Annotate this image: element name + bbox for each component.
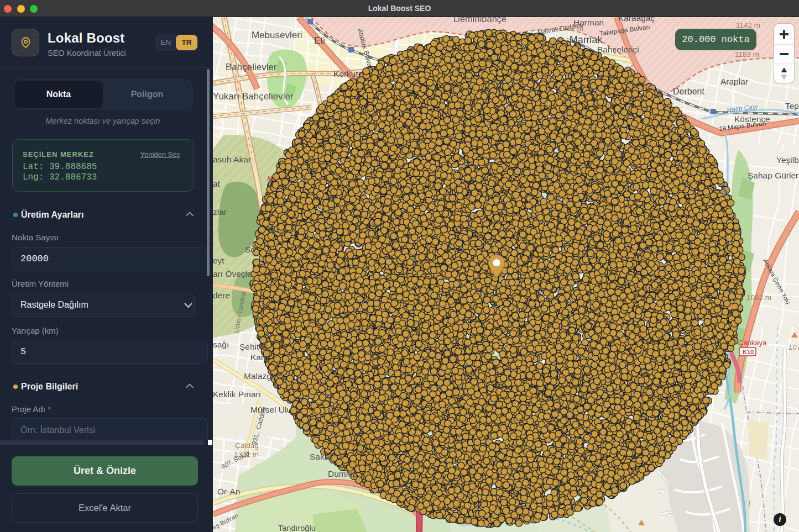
svg-text:eş Bulvarı: eş Bulvarı	[213, 512, 239, 531]
svg-text:arı Öveçle: arı Öveçle	[213, 269, 252, 278]
svg-text:Or-An: Or-An	[217, 487, 240, 496]
svg-text:Sakar: Sakar	[310, 452, 332, 461]
svg-text:Talatpaşa Bulvarı: Talatpaşa Bulvarı	[599, 23, 650, 38]
svg-text:Harman: Harman	[573, 18, 604, 27]
svg-text:1183 m: 1183 m	[735, 50, 759, 59]
svg-text:Yeşilba: Yeşilba	[776, 155, 799, 165]
svg-text:Keklik Pınarı: Keklik Pınarı	[213, 389, 261, 399]
svg-text:Lizbon Caddesi: Lizbon Caddesi	[233, 291, 247, 334]
svg-text:at: at	[213, 179, 221, 188]
svg-text:Ka: Ka	[267, 175, 276, 183]
svg-text:Demirlibahçe: Demirlibahçe	[453, 17, 506, 24]
svg-text:Araplar: Araplar	[720, 77, 748, 86]
svg-text:Şahap Gürler: Şahap Gürler	[748, 171, 798, 180]
svg-text:Hatip Çayı: Hatip Çayı	[727, 103, 758, 114]
svg-text:Atatürk Bulvarı: Atatürk Bulvarı	[356, 28, 375, 72]
svg-text:Karaağaç: Karaağaç	[618, 17, 655, 23]
svg-text:zlar: zlar	[213, 207, 227, 217]
svg-text:Kara: Kara	[250, 352, 269, 362]
svg-text:Dumlup: Dumlup	[328, 469, 357, 478]
svg-text:Bahçelievler: Bahçelievler	[226, 62, 277, 72]
svg-text:Mamak: Mamak	[570, 34, 603, 45]
svg-text:Mürsel Ulu: Mürsel Ulu	[250, 405, 291, 414]
svg-text:Tandıroğlu: Tandıroğlu	[278, 524, 316, 532]
svg-text:sağı: sağı	[213, 340, 229, 349]
svg-text:dere: dere	[213, 291, 230, 300]
svg-text:asuh Akar: asuh Akar	[213, 155, 251, 164]
svg-text:107: 107	[788, 343, 799, 351]
svg-text:Şehit C: Şehit C	[239, 342, 268, 351]
svg-text:K10: K10	[743, 349, 754, 355]
svg-text:Mebusevleri: Mebusevleri	[252, 30, 302, 40]
svg-text:Malazgi: Malazgi	[244, 371, 273, 381]
svg-text:Bahçeleriçi: Bahçeleriçi	[597, 45, 639, 54]
svg-text:eresi: eresi	[721, 183, 728, 197]
svg-text:Eti: Eti	[314, 35, 325, 46]
svg-text:eyt: eyt	[213, 256, 224, 265]
svg-text:So: So	[245, 245, 255, 254]
svg-text:Tepec: Tepec	[785, 101, 799, 110]
svg-text:Derbent: Derbent	[673, 87, 704, 96]
svg-text:1142 m: 1142 m	[736, 21, 760, 29]
svg-text:Korkutr: Korkutr	[333, 69, 361, 78]
svg-text:Çankaya: Çankaya	[738, 339, 767, 347]
svg-text:Yukarı Bahçelievler: Yukarı Bahçelievler	[213, 91, 294, 102]
svg-text:1062 m: 1062 m	[746, 293, 771, 302]
